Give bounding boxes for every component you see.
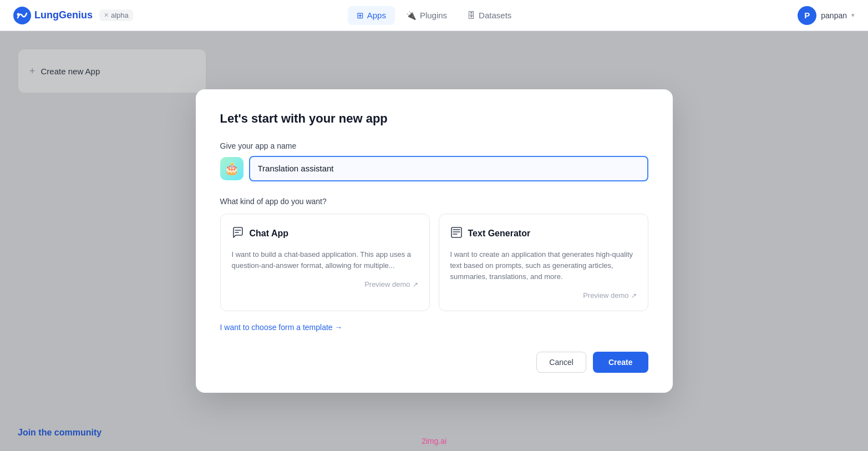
nav-apps-label: Apps	[367, 11, 386, 20]
external-link-icon-2: ↗	[631, 292, 637, 300]
modal-overlay: Let's start with your new app Give your …	[0, 31, 868, 451]
nav-plugins-label: Plugins	[420, 11, 447, 20]
svg-point-1	[17, 13, 20, 16]
user-name: panpan	[821, 11, 847, 20]
text-card-header: Text Generator	[450, 226, 637, 241]
chat-card-header: Chat App	[232, 226, 418, 241]
alpha-label: alpha	[111, 11, 129, 19]
chat-preview-demo[interactable]: Preview demo ↗	[232, 280, 418, 288]
name-section-label: Give your app a name	[220, 141, 648, 150]
nav-item-apps[interactable]: ⊞ Apps	[348, 6, 395, 25]
chat-icon	[232, 226, 244, 241]
logo[interactable]: LungGenius	[13, 7, 93, 24]
cancel-button[interactable]: Cancel	[536, 352, 586, 373]
nav-datasets-label: Datasets	[479, 11, 511, 20]
modal-title: Let's start with your new app	[220, 112, 648, 126]
x-icon: ✕	[104, 12, 109, 19]
app-icon[interactable]: 🎂	[220, 157, 243, 180]
app-name-input[interactable]	[249, 156, 648, 181]
modal-footer: Cancel Create	[220, 352, 648, 373]
template-link[interactable]: I want to choose form a template →	[220, 323, 343, 332]
logo-text: LungGenius	[34, 9, 93, 21]
app-name-row: 🎂	[220, 156, 648, 181]
modal: Let's start with your new app Give your …	[196, 89, 673, 393]
alpha-badge: ✕ alpha	[99, 9, 133, 21]
nav-item-plugins[interactable]: 🔌 Plugins	[397, 6, 456, 25]
app-type-card-chat[interactable]: Chat App I want to build a chat-based ap…	[220, 214, 430, 311]
chat-card-desc: I want to build a chat-based application…	[232, 249, 418, 271]
watermark: 2img.ai	[422, 437, 446, 445]
type-section-label: What kind of app do you want?	[220, 197, 648, 206]
header-right: P panpan ▾	[798, 6, 855, 25]
text-preview-demo[interactable]: Preview demo ↗	[450, 291, 637, 300]
create-button[interactable]: Create	[593, 352, 648, 373]
apps-icon: ⊞	[357, 11, 364, 21]
text-gen-icon	[450, 226, 463, 241]
chevron-down-icon: ▾	[851, 12, 855, 19]
header-left: LungGenius ✕ alpha	[13, 7, 133, 24]
plugins-icon: 🔌	[406, 11, 417, 21]
avatar[interactable]: P	[798, 6, 816, 25]
svg-rect-2	[451, 227, 461, 237]
nav-item-datasets[interactable]: 🗄 Datasets	[458, 6, 520, 24]
main-content: + Create new App Join the community Let'…	[0, 31, 868, 451]
text-card-desc: I want to create an application that gen…	[450, 249, 637, 282]
header-nav: ⊞ Apps 🔌 Plugins 🗄 Datasets	[348, 6, 521, 25]
text-card-title: Text Generator	[468, 229, 531, 239]
logo-icon	[13, 7, 31, 24]
header: LungGenius ✕ alpha ⊞ Apps 🔌 Plugins 🗄 Da…	[0, 0, 868, 31]
app-type-grid: Chat App I want to build a chat-based ap…	[220, 214, 648, 311]
datasets-icon: 🗄	[467, 11, 475, 20]
external-link-icon: ↗	[413, 281, 418, 288]
chat-card-title: Chat App	[250, 229, 289, 239]
app-type-card-text[interactable]: Text Generator I want to create an appli…	[439, 214, 648, 311]
